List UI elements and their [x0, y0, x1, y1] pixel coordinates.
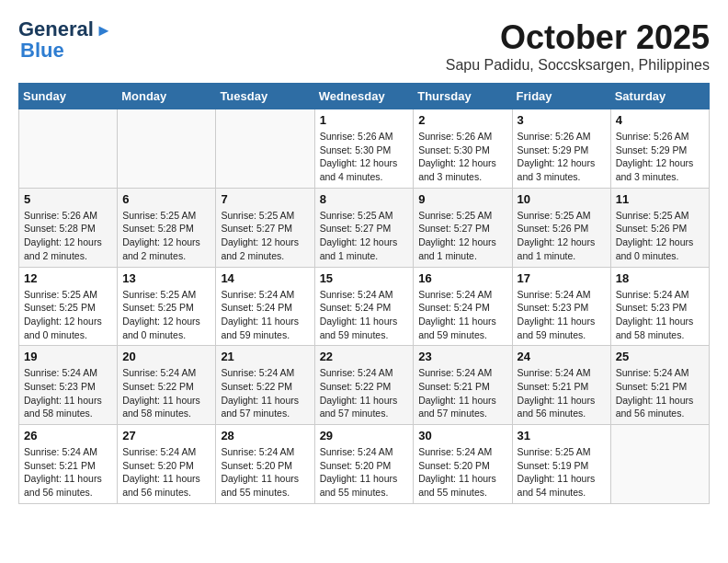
day-number: 31: [518, 429, 606, 442]
day-number: 15: [320, 271, 409, 285]
weekday-header-saturday: Saturday: [610, 84, 709, 109]
day-number: 2: [418, 113, 506, 127]
calendar-cell: 24Sunrise: 5:24 AMSunset: 5:21 PMDayligh…: [512, 346, 610, 425]
month-title: October 2025: [446, 18, 710, 57]
location-title: Sapu Padidu, Soccsksargen, Philippines: [446, 57, 710, 74]
day-number: 20: [122, 350, 210, 363]
day-info: Sunrise: 5:25 AMSunset: 5:25 PMDaylight:…: [24, 288, 112, 342]
day-info: Sunrise: 5:24 AMSunset: 5:21 PMDaylight:…: [518, 366, 606, 420]
calendar-cell: 12Sunrise: 5:25 AMSunset: 5:25 PMDayligh…: [19, 267, 118, 346]
calendar-cell: [216, 109, 314, 189]
calendar-week-2: 5Sunrise: 5:26 AMSunset: 5:28 PMDaylight…: [19, 188, 710, 267]
calendar-cell: 7Sunrise: 5:25 AMSunset: 5:27 PMDaylight…: [216, 188, 314, 267]
day-info: Sunrise: 5:24 AMSunset: 5:23 PMDaylight:…: [24, 366, 112, 420]
day-info: Sunrise: 5:24 AMSunset: 5:20 PMDaylight:…: [122, 445, 210, 500]
calendar-cell: [610, 425, 709, 504]
calendar-cell: 8Sunrise: 5:25 AMSunset: 5:27 PMDaylight…: [314, 188, 414, 267]
calendar-cell: 19Sunrise: 5:24 AMSunset: 5:23 PMDayligh…: [19, 346, 118, 425]
calendar-cell: 4Sunrise: 5:26 AMSunset: 5:29 PMDaylight…: [610, 109, 709, 189]
logo-subtext: Blue: [20, 39, 64, 63]
calendar-cell: 27Sunrise: 5:24 AMSunset: 5:20 PMDayligh…: [118, 425, 216, 504]
day-number: 9: [418, 192, 506, 206]
day-number: 14: [221, 271, 309, 285]
day-number: 3: [518, 113, 606, 127]
calendar-cell: 5Sunrise: 5:26 AMSunset: 5:28 PMDaylight…: [19, 188, 118, 267]
day-info: Sunrise: 5:24 AMSunset: 5:21 PMDaylight:…: [418, 366, 506, 420]
calendar-cell: [118, 109, 216, 189]
day-number: 22: [320, 350, 409, 363]
day-number: 10: [518, 192, 606, 206]
calendar-cell: 29Sunrise: 5:24 AMSunset: 5:20 PMDayligh…: [314, 425, 414, 504]
weekday-header-friday: Friday: [512, 84, 610, 109]
weekday-header-tuesday: Tuesday: [216, 84, 314, 109]
day-info: Sunrise: 5:25 AMSunset: 5:28 PMDaylight:…: [122, 209, 210, 263]
calendar-cell: 13Sunrise: 5:25 AMSunset: 5:25 PMDayligh…: [118, 267, 216, 346]
day-info: Sunrise: 5:25 AMSunset: 5:26 PMDaylight:…: [518, 209, 606, 263]
calendar-cell: 14Sunrise: 5:24 AMSunset: 5:24 PMDayligh…: [216, 267, 314, 346]
day-number: 8: [320, 192, 409, 206]
day-info: Sunrise: 5:24 AMSunset: 5:22 PMDaylight:…: [122, 366, 210, 420]
calendar-cell: 21Sunrise: 5:24 AMSunset: 5:22 PMDayligh…: [216, 346, 314, 425]
day-number: 23: [418, 350, 506, 363]
day-info: Sunrise: 5:25 AMSunset: 5:27 PMDaylight:…: [221, 209, 309, 263]
calendar-cell: 20Sunrise: 5:24 AMSunset: 5:22 PMDayligh…: [118, 346, 216, 425]
day-info: Sunrise: 5:26 AMSunset: 5:30 PMDaylight:…: [320, 130, 409, 184]
day-info: Sunrise: 5:24 AMSunset: 5:20 PMDaylight:…: [418, 445, 506, 500]
day-info: Sunrise: 5:26 AMSunset: 5:29 PMDaylight:…: [616, 130, 704, 184]
day-number: 19: [24, 350, 112, 363]
calendar-week-5: 26Sunrise: 5:24 AMSunset: 5:21 PMDayligh…: [19, 425, 710, 504]
day-number: 5: [24, 192, 112, 206]
day-info: Sunrise: 5:24 AMSunset: 5:24 PMDaylight:…: [320, 288, 409, 342]
day-info: Sunrise: 5:24 AMSunset: 5:21 PMDaylight:…: [24, 445, 112, 500]
day-info: Sunrise: 5:24 AMSunset: 5:20 PMDaylight:…: [320, 445, 409, 500]
calendar-cell: 18Sunrise: 5:24 AMSunset: 5:23 PMDayligh…: [610, 267, 709, 346]
day-number: 4: [616, 113, 704, 127]
calendar-week-3: 12Sunrise: 5:25 AMSunset: 5:25 PMDayligh…: [19, 267, 710, 346]
calendar-cell: 25Sunrise: 5:24 AMSunset: 5:21 PMDayligh…: [610, 346, 709, 425]
day-number: 1: [320, 113, 409, 127]
calendar-week-4: 19Sunrise: 5:24 AMSunset: 5:23 PMDayligh…: [19, 346, 710, 425]
day-number: 17: [518, 271, 606, 285]
weekday-header-thursday: Thursday: [414, 84, 512, 109]
calendar-cell: 10Sunrise: 5:25 AMSunset: 5:26 PMDayligh…: [512, 188, 610, 267]
calendar-cell: 31Sunrise: 5:25 AMSunset: 5:19 PMDayligh…: [512, 425, 610, 504]
calendar-cell: 16Sunrise: 5:24 AMSunset: 5:24 PMDayligh…: [414, 267, 512, 346]
day-number: 12: [24, 271, 112, 285]
calendar-cell: 2Sunrise: 5:26 AMSunset: 5:30 PMDaylight…: [414, 109, 512, 189]
day-info: Sunrise: 5:24 AMSunset: 5:24 PMDaylight:…: [221, 288, 309, 342]
calendar-cell: 11Sunrise: 5:25 AMSunset: 5:26 PMDayligh…: [610, 188, 709, 267]
calendar-cell: 1Sunrise: 5:26 AMSunset: 5:30 PMDaylight…: [314, 109, 414, 189]
day-number: 16: [418, 271, 506, 285]
calendar-cell: 22Sunrise: 5:24 AMSunset: 5:22 PMDayligh…: [314, 346, 414, 425]
calendar-week-1: 1Sunrise: 5:26 AMSunset: 5:30 PMDaylight…: [19, 109, 710, 189]
day-number: 21: [221, 350, 309, 363]
day-info: Sunrise: 5:24 AMSunset: 5:22 PMDaylight:…: [320, 366, 409, 420]
day-number: 11: [616, 192, 704, 206]
logo-text: General►: [18, 18, 112, 40]
day-number: 27: [122, 429, 210, 442]
day-number: 18: [616, 271, 704, 285]
calendar-cell: 3Sunrise: 5:26 AMSunset: 5:29 PMDaylight…: [512, 109, 610, 189]
calendar-cell: 17Sunrise: 5:24 AMSunset: 5:23 PMDayligh…: [512, 267, 610, 346]
day-info: Sunrise: 5:25 AMSunset: 5:26 PMDaylight:…: [616, 209, 704, 263]
day-number: 13: [122, 271, 210, 285]
day-number: 25: [616, 350, 704, 363]
day-number: 24: [518, 350, 606, 363]
page-header: General► Blue October 2025 Sapu Padidu, …: [18, 18, 710, 74]
weekday-header-wednesday: Wednesday: [314, 84, 414, 109]
day-info: Sunrise: 5:24 AMSunset: 5:21 PMDaylight:…: [616, 366, 704, 420]
day-number: 29: [320, 429, 409, 442]
title-section: October 2025 Sapu Padidu, Soccsksargen, …: [446, 18, 710, 74]
day-info: Sunrise: 5:25 AMSunset: 5:19 PMDaylight:…: [518, 445, 606, 500]
calendar-header-row: SundayMondayTuesdayWednesdayThursdayFrid…: [19, 84, 710, 109]
calendar-cell: 23Sunrise: 5:24 AMSunset: 5:21 PMDayligh…: [414, 346, 512, 425]
day-info: Sunrise: 5:25 AMSunset: 5:27 PMDaylight:…: [320, 209, 409, 263]
day-number: 30: [418, 429, 506, 442]
day-info: Sunrise: 5:26 AMSunset: 5:30 PMDaylight:…: [418, 130, 506, 184]
weekday-header-monday: Monday: [118, 84, 216, 109]
calendar-cell: 9Sunrise: 5:25 AMSunset: 5:27 PMDaylight…: [414, 188, 512, 267]
calendar-cell: [19, 109, 118, 189]
day-info: Sunrise: 5:24 AMSunset: 5:24 PMDaylight:…: [418, 288, 506, 342]
day-info: Sunrise: 5:24 AMSunset: 5:23 PMDaylight:…: [616, 288, 704, 342]
day-info: Sunrise: 5:26 AMSunset: 5:28 PMDaylight:…: [24, 209, 112, 263]
